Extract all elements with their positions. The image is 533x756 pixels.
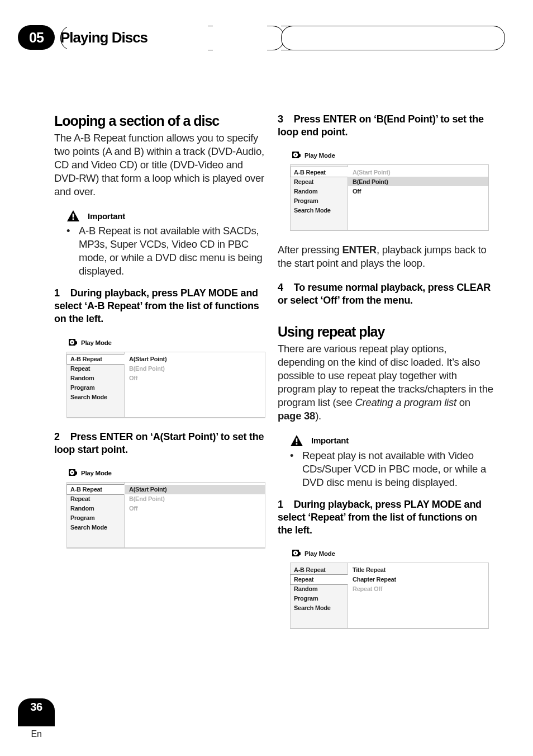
option-a-start-point[interactable]: A(Start Point): [348, 167, 488, 177]
svg-rect-1: [73, 219, 74, 220]
menu-item-ab-repeat[interactable]: A-B Repeat: [291, 565, 348, 575]
step-text: To resume normal playback, press CLEAR o…: [278, 282, 491, 306]
menu-item-program[interactable]: Program: [67, 383, 124, 393]
menu-item-search-mode[interactable]: Search Mode: [67, 523, 124, 532]
menu-item-random[interactable]: Random: [291, 584, 348, 594]
menu-item-search-mode[interactable]: Search Mode: [291, 205, 348, 215]
play-mode-panel: Play Mode A-B Repeat Repeat Random Progr…: [66, 333, 265, 418]
page-language: En: [18, 729, 55, 739]
svg-rect-0: [73, 214, 74, 218]
warning-icon: [290, 434, 303, 447]
play-mode-panel: Play Mode A-B Repeat Repeat Random Progr…: [290, 145, 489, 231]
svg-point-10: [295, 154, 296, 155]
step-number: 2: [54, 431, 68, 443]
svg-point-15: [295, 552, 296, 554]
option-repeat-off[interactable]: Repeat Off: [348, 584, 488, 594]
option-b-end-point[interactable]: B(End Point): [125, 364, 265, 374]
intro-paragraph: The A-B Repeat function allows you to sp…: [54, 131, 270, 199]
warning-icon: [66, 210, 80, 222]
step-text: During playback, press PLAY MODE and sel…: [278, 499, 482, 536]
step-number: 1: [278, 498, 291, 511]
important-bullet-text: Repeat play is not available with Video …: [302, 449, 493, 489]
option-off[interactable]: Off: [125, 374, 265, 383]
disc-icon: [292, 549, 301, 558]
bullet-icon: •: [290, 449, 302, 489]
svg-rect-12: [296, 443, 298, 445]
step: 1 During playback, press PLAY MODE and s…: [278, 498, 493, 537]
after-enter-paragraph: After pressing ENTER, playback jumps bac…: [278, 243, 493, 270]
menu-item-random[interactable]: Random: [67, 504, 124, 513]
section-heading-looping: Looping a section of a disc: [54, 113, 270, 129]
menu-item-repeat[interactable]: Repeat: [291, 177, 348, 186]
play-mode-title: Play Mode: [81, 339, 112, 346]
step: 4 To resume normal playback, press CLEAR…: [278, 281, 493, 307]
menu-item-repeat[interactable]: Repeat: [290, 574, 348, 585]
step: 2 Press ENTER on ‘A(Start Point)’ to set…: [54, 431, 270, 456]
option-title-repeat[interactable]: Title Repeat: [348, 565, 488, 575]
important-bullet-text: A-B Repeat is not available with SACDs, …: [79, 224, 270, 278]
menu-item-program[interactable]: Program: [291, 594, 348, 603]
step-text: Press ENTER on ‘B(End Point)’ to set the…: [278, 114, 484, 138]
option-b-end-point[interactable]: B(End Point): [125, 494, 265, 504]
step-number: 3: [278, 113, 291, 126]
step-number: 4: [278, 281, 291, 294]
menu-item-repeat[interactable]: Repeat: [67, 364, 124, 374]
svg-point-7: [72, 471, 73, 472]
disc-icon: [69, 338, 78, 347]
menu-item-search-mode[interactable]: Search Mode: [291, 603, 348, 613]
menu-item-ab-repeat[interactable]: A-B Repeat: [66, 354, 125, 365]
svg-point-4: [72, 341, 73, 342]
disc-icon: [292, 151, 301, 160]
menu-item-repeat[interactable]: Repeat: [67, 494, 124, 504]
menu-item-ab-repeat[interactable]: A-B Repeat: [66, 484, 125, 495]
menu-item-ab-repeat[interactable]: A-B Repeat: [290, 167, 348, 177]
play-mode-title: Play Mode: [304, 152, 335, 159]
option-off[interactable]: Off: [348, 186, 488, 196]
option-chapter-repeat[interactable]: Chapter Repeat: [348, 575, 488, 584]
important-label: Important: [88, 211, 125, 221]
play-mode-panel: Play Mode A-B Repeat Repeat Random Progr…: [290, 544, 489, 629]
play-mode-title: Play Mode: [304, 550, 335, 557]
bullet-icon: •: [66, 224, 79, 278]
step-text: During playback, press PLAY MODE and sel…: [54, 287, 259, 324]
step-text: Press ENTER on ‘A(Start Point)’ to set t…: [54, 431, 264, 455]
option-b-end-point[interactable]: B(End Point): [348, 177, 488, 186]
menu-item-random[interactable]: Random: [67, 374, 124, 383]
svg-rect-11: [296, 438, 298, 442]
option-off[interactable]: Off: [125, 504, 265, 513]
disc-icon: [69, 469, 78, 478]
repeat-intro-paragraph: There are various repeat play options, d…: [278, 342, 493, 423]
menu-item-search-mode[interactable]: Search Mode: [67, 393, 124, 402]
menu-item-random[interactable]: Random: [291, 186, 348, 196]
play-mode-panel: Play Mode A-B Repeat Repeat Random Progr…: [66, 463, 265, 549]
important-label: Important: [311, 436, 349, 445]
play-mode-title: Play Mode: [81, 470, 112, 476]
menu-item-program[interactable]: Program: [67, 513, 124, 523]
step-number: 1: [54, 287, 68, 300]
menu-item-program[interactable]: Program: [291, 196, 348, 205]
section-heading-repeat: Using repeat play: [278, 324, 493, 340]
step: 1 During playback, press PLAY MODE and s…: [54, 287, 270, 325]
option-a-start-point[interactable]: A(Start Point): [125, 485, 265, 494]
step: 3 Press ENTER on ‘B(End Point)’ to set t…: [278, 113, 493, 139]
chapter-number-badge: 05: [18, 25, 55, 50]
chapter-title: Playing Discs: [60, 26, 147, 49]
option-a-start-point[interactable]: A(Start Point): [125, 355, 265, 364]
page-number-tab: 36: [18, 698, 55, 726]
